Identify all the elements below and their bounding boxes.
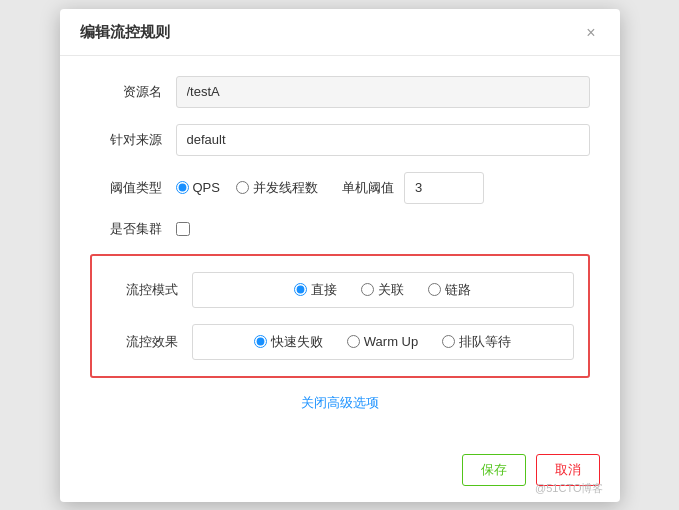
is-cluster-checkbox[interactable] [176, 222, 190, 236]
source-name-row: 资源名 [90, 76, 590, 108]
single-threshold-label: 单机阈值 [342, 179, 394, 197]
is-cluster-checkbox-label[interactable] [176, 222, 190, 236]
radio-fast-fail[interactable]: 快速失败 [254, 333, 323, 351]
flow-effect-group: 快速失败 Warm Up 排队等待 [192, 324, 574, 360]
is-cluster-label: 是否集群 [90, 220, 162, 238]
dialog-title: 编辑流控规则 [80, 23, 170, 42]
radio-queue[interactable]: 排队等待 [442, 333, 511, 351]
flow-mode-group: 直接 关联 链路 [192, 272, 574, 308]
target-source-input[interactable] [176, 124, 590, 156]
threshold-type-row: 阈值类型 QPS 并发线程数 单机阈值 [90, 172, 590, 204]
radio-related[interactable]: 关联 [361, 281, 404, 299]
flow-mode-row: 流控模式 直接 关联 链路 [92, 264, 588, 316]
source-name-label: 资源名 [90, 83, 162, 101]
threshold-type-label: 阈值类型 [90, 179, 162, 197]
single-threshold-input[interactable] [404, 172, 484, 204]
flow-mode-label: 流控模式 [106, 281, 178, 299]
save-button[interactable]: 保存 [462, 454, 526, 486]
radio-qps[interactable]: QPS [176, 180, 220, 195]
radio-chain[interactable]: 链路 [428, 281, 471, 299]
close-button[interactable]: × [582, 23, 599, 43]
target-source-label: 针对来源 [90, 131, 162, 149]
flow-effect-row: 流控效果 快速失败 Warm Up 排队等待 [92, 316, 588, 368]
dialog-header: 编辑流控规则 × [60, 9, 620, 56]
flow-effect-label: 流控效果 [106, 333, 178, 351]
edit-flow-rule-dialog: 编辑流控规则 × 资源名 针对来源 阈值类型 QPS 并发线程数 [60, 9, 620, 502]
threshold-type-group: QPS 并发线程数 [176, 179, 318, 197]
flow-highlighted-section: 流控模式 直接 关联 链路 [90, 254, 590, 378]
advanced-link-row: 关闭高级选项 [90, 394, 590, 412]
radio-warm-up[interactable]: Warm Up [347, 334, 418, 349]
close-advanced-link[interactable]: 关闭高级选项 [301, 395, 379, 410]
target-source-row: 针对来源 [90, 124, 590, 156]
radio-thread[interactable]: 并发线程数 [236, 179, 318, 197]
radio-direct[interactable]: 直接 [294, 281, 337, 299]
dialog-body: 资源名 针对来源 阈值类型 QPS 并发线程数 单机阈值 [60, 56, 620, 444]
is-cluster-row: 是否集群 [90, 220, 590, 238]
source-name-input[interactable] [176, 76, 590, 108]
watermark: @51CTO博客 [535, 481, 603, 496]
